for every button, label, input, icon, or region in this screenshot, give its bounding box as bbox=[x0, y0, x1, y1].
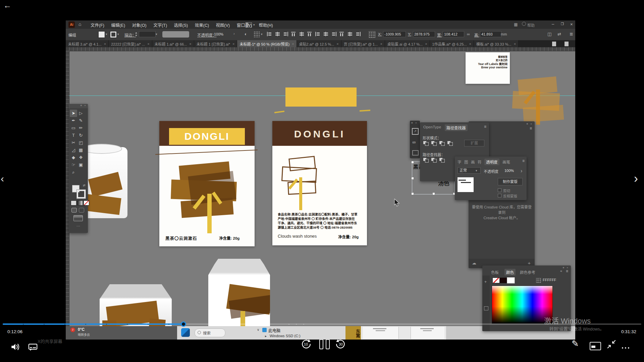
white-color-swatch-selected[interactable] bbox=[507, 278, 515, 283]
chevron-right-icon[interactable]: › bbox=[233, 32, 235, 36]
more-tools-icon[interactable]: ⋯ bbox=[69, 224, 88, 228]
divide-icon[interactable] bbox=[423, 158, 429, 163]
exclude-icon[interactable] bbox=[447, 141, 453, 146]
taskbar-app-icon[interactable] bbox=[181, 328, 190, 337]
export-panel-icon[interactable]: ↗ bbox=[412, 128, 419, 135]
stroke-weight-field[interactable] bbox=[139, 31, 156, 37]
volume-icon[interactable] bbox=[11, 343, 21, 351]
selection-handle[interactable] bbox=[432, 192, 435, 195]
window-restore-icon[interactable]: ❐ bbox=[561, 22, 564, 26]
back-button[interactable]: ← bbox=[3, 1, 11, 10]
black-color-swatch[interactable] bbox=[500, 278, 507, 283]
add-icon[interactable]: + bbox=[484, 280, 487, 284]
close-icon[interactable]: × bbox=[469, 42, 471, 46]
stroke-weight-label[interactable]: 描边： bbox=[124, 32, 136, 38]
chevron-down-icon[interactable]: ▾ bbox=[261, 33, 263, 36]
menu-type[interactable]: 文字(T) bbox=[153, 22, 167, 28]
package-label-2[interactable]: DONGLI 食品名称:黑茶〇品名:云涧漱石〇配料:黑茶、橘子、甘草 产地:中国… bbox=[272, 121, 367, 245]
forward-30-button[interactable]: 30 bbox=[335, 339, 346, 349]
intersect-icon[interactable] bbox=[439, 141, 445, 146]
yellow-rectangle-shape[interactable] bbox=[285, 87, 357, 107]
orange-tree-artwork[interactable] bbox=[510, 69, 569, 127]
panel-menu-icon[interactable]: ≡ bbox=[566, 269, 568, 274]
add-library-icon[interactable]: + bbox=[528, 260, 531, 266]
close-icon[interactable]: × bbox=[232, 42, 234, 46]
weather-condition[interactable]: 晴转多云 bbox=[78, 333, 90, 337]
tab-overflow-thumb[interactable] bbox=[565, 42, 569, 46]
weather-temp[interactable]: 0°C bbox=[78, 327, 85, 332]
package-mockup-center[interactable] bbox=[208, 259, 270, 326]
tab-character[interactable]: 字 bbox=[458, 159, 462, 165]
none-color-swatch[interactable] bbox=[492, 278, 500, 283]
document-tab[interactable]: 未标题 1 [已恢复].ai*× bbox=[194, 40, 237, 47]
tab-color-guide[interactable]: 颜色参考 bbox=[520, 269, 535, 275]
zoom-tool[interactable]: ⌕ bbox=[70, 169, 77, 176]
clip-checkbox-row[interactable]: 剪切 bbox=[498, 188, 510, 193]
collapsed-panel-icon[interactable] bbox=[412, 150, 419, 156]
gradient-tool[interactable]: ▩ bbox=[77, 146, 85, 154]
eyedropper-tool[interactable]: ◆ bbox=[70, 154, 77, 161]
link-dimensions-icon[interactable]: ∞ bbox=[467, 32, 470, 37]
height-field[interactable]: 41.893 bbox=[480, 31, 501, 37]
explorer-drive[interactable]: Windows SSD (C:) bbox=[270, 334, 301, 338]
close-icon[interactable]: × bbox=[147, 42, 149, 46]
help-search-label[interactable]: 帮助 bbox=[527, 22, 535, 28]
color-spectrum[interactable] bbox=[492, 286, 553, 324]
hand-tool[interactable]: ☞ bbox=[70, 161, 77, 169]
rectangle-tool[interactable]: ▭ bbox=[70, 124, 77, 132]
swatch-group-icon[interactable] bbox=[484, 306, 488, 310]
tab-swatches[interactable]: 色板 bbox=[491, 269, 499, 275]
chevron-down-icon[interactable]: ▾ bbox=[253, 23, 255, 26]
type-tool[interactable]: T bbox=[70, 132, 77, 139]
align-right-icon[interactable] bbox=[283, 32, 288, 36]
tab-pathfinder[interactable]: 路径查找器 bbox=[445, 124, 468, 131]
links-panel-icon[interactable]: ∞ bbox=[412, 139, 416, 145]
close-icon[interactable]: × bbox=[425, 42, 427, 46]
gradient-button[interactable] bbox=[77, 200, 83, 205]
yellow-dash-shape[interactable] bbox=[274, 111, 284, 113]
unite-icon[interactable] bbox=[423, 141, 429, 146]
invert-mask-checkbox-row[interactable]: 反相蒙版 bbox=[498, 193, 517, 198]
menu-help[interactable]: 帮助(H) bbox=[259, 22, 273, 28]
picture-in-picture-button[interactable] bbox=[590, 342, 601, 350]
checkbox[interactable] bbox=[498, 188, 501, 192]
chevron-down-icon[interactable]: ▾ bbox=[156, 33, 157, 36]
home-icon[interactable]: ⌂ bbox=[78, 21, 81, 27]
x-label[interactable]: X: bbox=[378, 32, 382, 36]
align-left-icon[interactable] bbox=[267, 32, 272, 36]
package-label-1[interactable]: DONGLI 黑茶〇云涧漱石 净含量: 20g bbox=[159, 121, 255, 246]
chevron-down-icon[interactable]: ▾ bbox=[106, 33, 107, 36]
document-tab[interactable]: 桌贴蛋.ai @ 4.17 %...× bbox=[385, 40, 430, 47]
tab-brushes[interactable]: 画笔 bbox=[502, 159, 510, 165]
expand-button[interactable]: 扩展 bbox=[464, 140, 484, 146]
next-chevron[interactable]: › bbox=[634, 172, 638, 186]
brush-definition-box[interactable] bbox=[162, 31, 189, 38]
distribute-left-icon[interactable] bbox=[339, 32, 344, 36]
progress-handle[interactable] bbox=[181, 321, 186, 327]
subtitles-icon[interactable] bbox=[28, 343, 38, 351]
style-icon[interactable]: ◐ bbox=[245, 32, 247, 37]
menu-effect[interactable]: 效果(C) bbox=[195, 22, 209, 28]
dock-header-controls[interactable]: ∗ × bbox=[410, 121, 420, 125]
stroke-stepper[interactable] bbox=[135, 32, 138, 37]
selection-handle[interactable] bbox=[411, 161, 414, 164]
tab-transparency[interactable]: 透明度 bbox=[484, 159, 499, 165]
panel-menu-icon[interactable]: ≡ bbox=[530, 126, 532, 131]
free-transform-tool[interactable]: ◰ bbox=[77, 139, 85, 146]
blend-tool[interactable]: ❖ bbox=[77, 154, 85, 161]
document-tab[interactable]: 页 [已恢复].ai* @ 1...× bbox=[341, 40, 385, 47]
progress-filled[interactable] bbox=[3, 323, 183, 325]
paintbrush-tool[interactable]: ✏ bbox=[77, 124, 85, 132]
panel-menu-icon[interactable]: ≡ bbox=[484, 124, 486, 129]
menu-file[interactable]: 文件(F) bbox=[91, 22, 104, 28]
opacity-label[interactable]: 不透明度： bbox=[197, 32, 217, 38]
distribute-hcenter-icon[interactable] bbox=[347, 32, 353, 36]
minus-front-icon[interactable] bbox=[431, 141, 437, 146]
draw-normal-mode-icon[interactable] bbox=[71, 208, 77, 213]
stroke-color-swatch[interactable] bbox=[110, 31, 117, 38]
distribute-bottom-icon[interactable] bbox=[331, 32, 336, 36]
shear-tool[interactable]: ◿ bbox=[70, 146, 77, 154]
window-close-icon[interactable]: × bbox=[570, 22, 573, 27]
chevron-down-icon[interactable]: ▾ bbox=[117, 33, 119, 36]
close-icon[interactable]: × bbox=[104, 42, 106, 46]
